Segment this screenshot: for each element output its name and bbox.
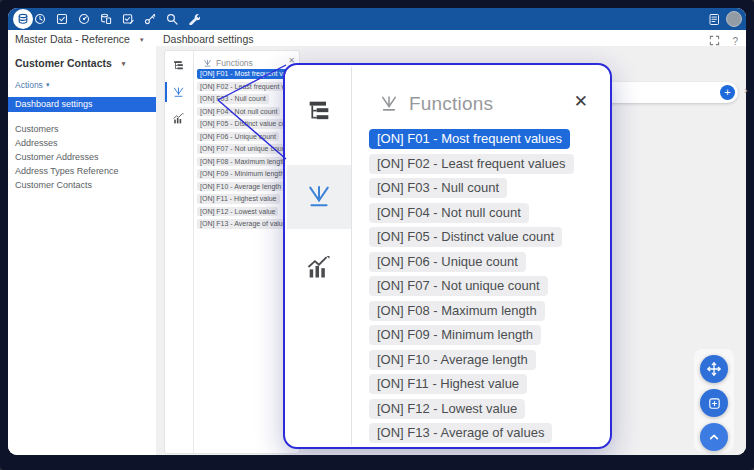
function-item[interactable]: [ON] F09 - Minimum length (197, 169, 287, 179)
notes-icon[interactable] (708, 13, 720, 25)
checklist-icon[interactable] (122, 13, 134, 25)
close-icon[interactable]: ✕ (574, 93, 588, 110)
function-item[interactable]: [ON] F12 - Lowest value (197, 207, 278, 217)
function-item[interactable]: [ON] F03 - Null count (369, 178, 507, 198)
database-file-icon[interactable] (100, 13, 112, 25)
scroll-top-button[interactable] (700, 423, 728, 451)
function-item[interactable]: [ON] F13 - Average of values (197, 219, 293, 229)
workspace-label: Master Data - Reference (15, 33, 130, 45)
user-avatar[interactable] (726, 11, 742, 27)
sidebar-item-dashboard-settings-selected[interactable]: Dashboard settings (8, 97, 156, 112)
functions-psi-icon (203, 59, 212, 68)
function-item[interactable]: [ON] F11 - Highest value (369, 374, 527, 394)
chevron-down-icon: ▾ (46, 81, 50, 88)
function-item[interactable]: [ON] F07 - Not unique count (369, 276, 548, 296)
function-item[interactable]: [ON] F03 - Null count (197, 94, 269, 104)
clock-icon[interactable] (34, 13, 46, 25)
functions-panel-header: Functions (203, 58, 253, 68)
tree-view-icon[interactable] (287, 79, 351, 143)
function-item[interactable]: [ON] F07 - Not unique count (197, 144, 291, 154)
actions-label: Actions (15, 80, 43, 90)
functions-psi-icon[interactable] (172, 85, 185, 98)
function-item[interactable]: [ON] F04 - Not null count (369, 203, 529, 223)
sidebar-section-selector[interactable]: Customer Contacts▾ (15, 57, 125, 69)
topbar-app-icons (34, 8, 200, 30)
popup-functions-list: [ON] F01 - Most frequent values[ON] F02 … (369, 129, 599, 448)
function-item[interactable]: [ON] F10 - Average length (197, 182, 284, 192)
active-app-database-icon[interactable] (13, 9, 33, 29)
function-item[interactable]: [ON] F08 - Maximum length (197, 157, 289, 167)
workspace-selector[interactable]: Master Data - Reference▾ (15, 33, 143, 45)
actions-menu-button[interactable]: Actions▾ (15, 80, 49, 90)
function-item[interactable]: [ON] F04 - Not null count (197, 107, 280, 117)
topbar-right (708, 8, 742, 30)
function-item[interactable]: [ON] F12 - Lowest value (369, 399, 525, 419)
chart-icon[interactable] (287, 235, 351, 299)
sidebar-item[interactable]: Customer Addresses (15, 150, 118, 164)
functions-psi-icon (379, 94, 399, 114)
functions-panel-title: Functions (216, 58, 253, 68)
topbar (8, 8, 746, 30)
function-item[interactable]: [ON] F09 - Minimum length (369, 325, 541, 345)
tree-view-icon[interactable] (172, 58, 185, 71)
functions-psi-icon-selected[interactable] (287, 165, 351, 229)
help-button[interactable]: ? (732, 36, 738, 47)
sidebar: Customer Contacts▾ Actions▾ Dashboard se… (8, 46, 156, 455)
app-window-frame: Master Data - Reference▾ Dashboard setti… (0, 0, 754, 470)
wrench-icon[interactable] (188, 13, 200, 25)
sidebar-section-label: Customer Contacts (15, 57, 112, 69)
chart-icon[interactable] (172, 111, 185, 124)
chevron-down-icon: ▾ (140, 36, 144, 43)
header-row: Master Data - Reference▾ Dashboard setti… (8, 30, 746, 46)
popup-title: Functions (409, 93, 493, 115)
add-button[interactable]: + (720, 85, 735, 100)
sidebar-item[interactable]: Customers (15, 122, 118, 136)
function-item[interactable]: [ON] F06 - Unique count (197, 132, 279, 142)
popup-icon-strip (287, 67, 352, 445)
function-item[interactable]: [ON] F05 - Distinct value count (369, 227, 562, 247)
sidebar-item[interactable]: Customer Contacts (15, 178, 118, 192)
sidebar-item-list: CustomersAddressesCustomer AddressesAddr… (15, 122, 118, 192)
gauge-icon[interactable] (78, 13, 90, 25)
function-item[interactable]: [ON] F13 - Average of values (369, 423, 552, 443)
chevron-down-icon: ▾ (122, 60, 126, 67)
selected-tab-indicator (165, 82, 167, 102)
add-widget-button[interactable] (700, 389, 728, 417)
function-item[interactable]: [ON] F02 - Least frequent values (369, 154, 574, 174)
search-icon[interactable] (166, 13, 178, 25)
function-item[interactable]: [ON] F11 - Highest value (197, 194, 280, 204)
function-item[interactable]: [ON] F08 - Maximum length (369, 301, 545, 321)
sidebar-item[interactable]: Addresses (15, 136, 118, 150)
sidebar-item[interactable]: Address Types Reference (15, 164, 118, 178)
panel-icon-strip (165, 51, 194, 453)
tasks-icon[interactable] (56, 13, 68, 25)
app-window: Master Data - Reference▾ Dashboard setti… (8, 8, 746, 455)
popup-header: Functions (379, 93, 493, 115)
function-item[interactable]: [ON] F10 - Average length (369, 350, 536, 370)
function-item[interactable]: [ON] F06 - Unique count (369, 252, 526, 272)
page-title: Dashboard settings (163, 33, 253, 45)
move-button[interactable] (700, 355, 728, 383)
panel-expand-chevron[interactable]: › (744, 84, 748, 96)
key-icon[interactable] (144, 13, 156, 25)
function-item[interactable]: [ON] F01 - Most frequent values (369, 129, 570, 149)
functions-panel: Functions ✕ [ON] F01 - Most frequent val… (164, 50, 300, 454)
functions-popup: Functions ✕ [ON] F01 - Most frequent val… (283, 63, 612, 449)
